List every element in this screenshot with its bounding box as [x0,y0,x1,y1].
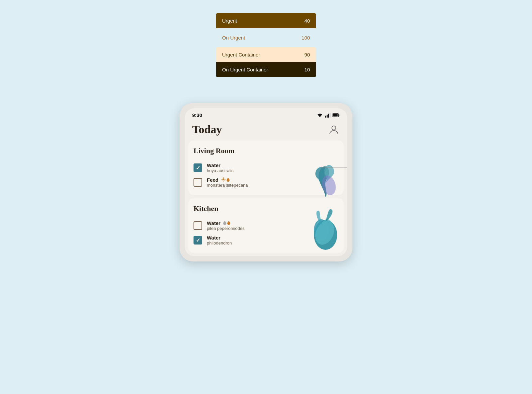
urgent-container-swatch: Urgent Container 90 [216,47,316,62]
task-checkbox-3[interactable] [194,221,202,230]
on-urgent-container-swatch: On Urgent Container 10 [216,62,316,77]
task-plant-2: monstera siltepecana [207,183,248,188]
phone-screen: 9:30 [185,108,347,256]
connector-line-right [321,167,347,168]
status-bar: 9:30 [185,108,347,121]
task-action-1: Water [207,162,233,168]
kitchen-plant [307,208,340,253]
task-plant-4: philodendron [207,241,232,246]
svg-point-8 [222,178,224,180]
task-action-3: Water [207,220,244,226]
svg-line-15 [225,178,225,178]
battery-icon [332,113,340,117]
svg-rect-0 [325,116,326,118]
swatch-panel: Urgent 40 On Urgent 100 Urgent Container… [216,13,316,77]
svg-line-16 [222,181,222,181]
living-room-plant [307,154,340,202]
svg-rect-6 [339,114,339,116]
svg-rect-2 [328,114,329,118]
on-urgent-label: On Urgent [222,35,245,41]
urgent-container-label: Urgent Container [222,52,260,57]
urgent-swatch: Urgent 40 [216,13,316,28]
app-title: Today [192,123,222,136]
on-urgent-value: 100 [302,35,310,41]
task-checkbox-2[interactable] [194,178,202,187]
living-room-section: Living Room Water hoya australis Feed [188,141,344,195]
task-action-2: Feed [207,177,248,183]
task-plant-3: pilea peperomiodes [207,226,244,231]
droplet-icon-2 [223,221,226,225]
svg-line-14 [225,181,225,181]
kitchen-section: Kitchen Water [188,198,344,253]
phone-mockup: 9:30 [180,103,352,261]
urgent-container-value: 90 [304,52,310,57]
user-profile-button[interactable] [328,124,340,136]
wifi-icon [317,113,323,118]
task-info-2: Feed [207,177,248,188]
task-action-4: Water [207,235,232,241]
app-header: Today [185,121,347,141]
task-plant-1: hoya australis [207,168,233,173]
status-icons [317,113,340,118]
svg-line-13 [222,178,222,178]
task-info-4: Water philodendron [207,235,232,246]
droplet-icon-3 [227,221,230,225]
on-urgent-container-value: 10 [304,67,310,72]
svg-rect-1 [327,115,328,118]
task-info-1: Water hoya australis [207,162,233,173]
sun-icon [221,177,226,182]
urgent-label: Urgent [222,18,237,24]
svg-rect-3 [330,113,331,118]
svg-rect-5 [333,114,338,116]
droplet-icon [226,177,230,182]
status-time: 9:30 [192,112,202,118]
task-checkbox-4[interactable] [194,236,202,245]
signal-icon [325,113,331,118]
urgent-value: 40 [304,18,310,24]
task-checkbox-1[interactable] [194,163,202,172]
user-icon [330,125,338,134]
task-info-3: Water pilea peperomiodes [207,220,244,231]
svg-point-7 [332,126,336,130]
on-urgent-swatch: On Urgent 100 [216,30,316,45]
on-urgent-container-label: On Urgent Container [222,67,268,72]
